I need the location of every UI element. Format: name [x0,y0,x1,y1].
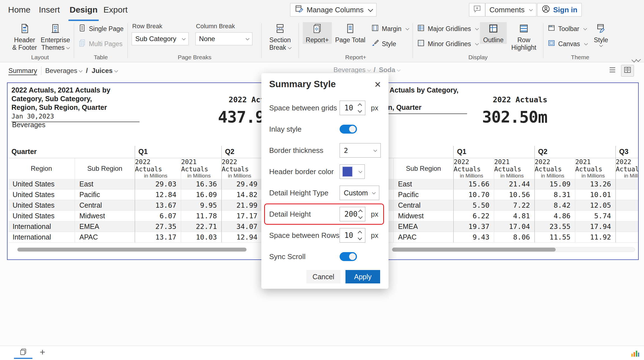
outline-button[interactable]: Outline [480,22,507,44]
app-header: Home Insert Design Export Manage Columns… [0,0,644,21]
trail-category[interactable]: Beverages [45,67,82,75]
scrollbar-thumb[interactable] [392,248,556,252]
page-bar: + [0,346,644,360]
header-border-color-label: Header border color [269,167,334,176]
chevron-down-icon [584,27,587,30]
tab-home[interactable]: Home [7,0,32,20]
column-break-select[interactable]: None [195,32,252,45]
trail-summary-link[interactable]: Summary [8,67,37,75]
space-between-rows-stepper[interactable]: 10 [340,228,365,243]
border-thickness-row: Border thickness 2 [269,140,381,161]
add-comment-button[interactable] [469,3,485,16]
trail-divider [41,67,41,75]
chevron-down-icon [406,27,409,30]
space-between-grids-row: Space between grids 10 px [269,97,381,119]
group-label-theme: Theme [547,54,613,62]
chevron-down-icon [529,8,533,11]
q2-header: Q2 [534,146,615,158]
section-break-button[interactable]: Section Break [266,22,295,51]
row-highlight-button[interactable]: Row Highlight [508,22,539,51]
header-footer-label-2: & Footer [12,44,37,51]
minor-gridlines-button[interactable]: Minor Gridlines [417,37,478,51]
manage-columns-label: Manage Columns [307,6,364,14]
row-highlight-label-2: Highlight [511,44,536,51]
px-unit-label: px [371,210,378,218]
region-column-header: Region [8,158,75,179]
detail-height-type-select[interactable]: Custom [340,186,379,200]
stepper-down-icon[interactable] [358,214,363,219]
comments-button[interactable]: Comments [485,3,536,16]
trail-subcategory[interactable]: Juices [92,67,117,75]
detail-height-label: Detail Height [269,210,311,219]
ribbon-collapse-icon[interactable] [632,57,640,62]
inlay-style-label: Inlay style [269,125,302,134]
ribbon-group-layout: Header & Footer Enterprise Themes Layout [6,21,74,62]
border-thickness-select[interactable]: 2 [340,143,381,158]
stepper-up-icon[interactable] [357,103,362,108]
measure-header: 2021 Actualsin Millions [494,158,534,179]
column-break-value: None [199,35,215,43]
report-style-button[interactable]: Style [371,37,409,51]
page-total-icon [345,23,356,35]
chevron-down-icon [584,42,588,45]
report-style-label: Style [382,40,396,48]
chevron-down-icon [359,169,362,173]
grid-title-line1: 2022 Actuals, 2021 Actuals by Category, … [11,86,139,103]
inlay-style-toggle[interactable] [340,125,357,134]
tab-export[interactable]: Export [102,0,129,20]
detail-height-row-highlighted: Detail Height 200 px [269,203,381,225]
margin-button[interactable]: Margin [371,22,409,35]
enterprise-themes-label-1: Enterprise [41,36,70,44]
page-total-button[interactable]: Page Total [333,22,367,44]
chevron-down-icon [288,46,292,49]
apply-button[interactable]: Apply [345,270,380,283]
trail-dimmed-soda[interactable]: Beverages / Soda [333,66,400,74]
add-page-button[interactable]: + [37,347,48,357]
trail-dimmed-category: Beverages [333,66,370,74]
canvas-theme-button[interactable]: Canvas [547,37,587,51]
multi-pages-button[interactable]: Multi Pages [78,37,124,51]
space-between-rows-value: 10 [340,231,356,240]
kpi-value: 302.50m [419,108,547,126]
split-view-button[interactable] [621,65,634,77]
measure-header: 2022 Actualsin Millions [615,158,639,179]
q3-header: Q3 [615,146,639,158]
cancel-button[interactable]: Cancel [306,270,340,283]
scrollbar-thumb[interactable] [17,248,247,252]
report-plus-label: Report+ [306,36,329,44]
header-border-color-picker[interactable] [340,164,365,179]
sign-in-button[interactable]: Sign in [537,3,582,16]
header-footer-button[interactable]: Header & Footer [10,22,39,51]
tab-design[interactable]: Design [68,0,99,21]
stepper-up-icon[interactable] [357,231,362,235]
chevron-down-icon [475,27,479,30]
report-plus-button[interactable]: Report+ [303,22,332,44]
stepper-up-icon[interactable] [358,209,363,214]
list-view-button[interactable] [606,65,619,77]
close-icon[interactable]: ✕ [374,80,381,89]
stepper-down-icon[interactable] [357,236,362,240]
enterprise-themes-label-2: Themes [41,44,69,51]
theme-style-button[interactable]: Style [589,22,613,48]
major-gridlines-button[interactable]: Major Gridlines [417,22,478,35]
space-between-grids-value: 10 [340,104,356,112]
detail-height-stepper[interactable]: 200 [340,207,365,221]
measure-header: 2022 Actualsin Millions [221,158,262,179]
manage-columns-button[interactable]: Manage Columns [290,3,377,16]
row-break-value: Sub Category [135,35,176,43]
page-tab-active[interactable] [14,347,32,359]
space-between-grids-stepper[interactable]: 10 [340,101,365,115]
toolbar-theme-button[interactable]: Toolbar [547,22,587,35]
header-footer-icon [19,23,30,35]
enterprise-themes-button[interactable]: Enterprise Themes [41,22,70,51]
single-page-button[interactable]: Single Page [78,22,124,35]
outline-icon [488,23,499,35]
px-unit-label: px [371,231,378,240]
sync-scroll-toggle[interactable] [340,252,357,261]
add-comment-icon [473,4,482,15]
tab-insert[interactable]: Insert [38,0,61,20]
style-pencil-icon [596,23,606,35]
row-break-select[interactable]: Sub Category [132,32,189,45]
stepper-down-icon[interactable] [357,108,362,113]
horizontal-scrollbar[interactable] [392,247,635,252]
